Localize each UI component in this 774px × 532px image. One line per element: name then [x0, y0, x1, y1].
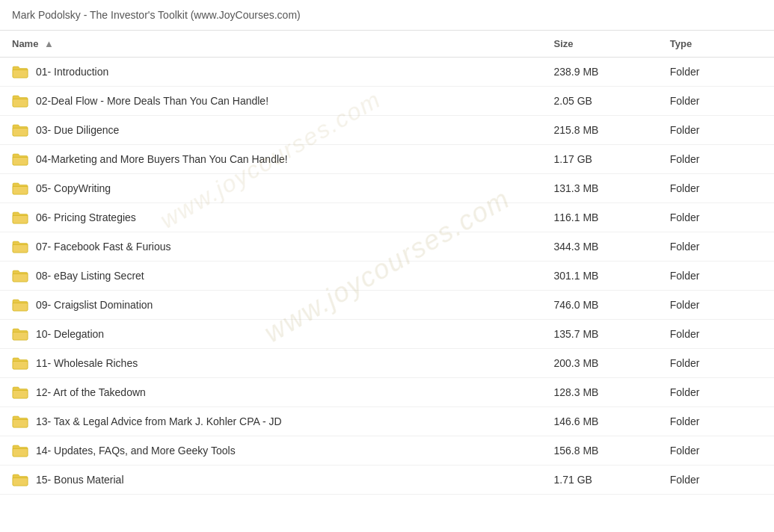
type-cell: Folder [658, 291, 774, 320]
size-cell: 746.0 MB [542, 291, 658, 320]
size-cell: 146.6 MB [542, 407, 658, 436]
folder-icon [12, 444, 28, 457]
name-cell: 02-Deal Flow - More Deals Than You Can H… [0, 87, 542, 116]
file-name: 14- Updates, FAQs, and More Geeky Tools [36, 445, 236, 457]
folder-icon [12, 94, 28, 108]
folder-icon [12, 327, 28, 341]
type-cell: Folder [658, 87, 774, 116]
file-name: 10- Delegation [36, 328, 104, 340]
name-cell: 08- eBay Listing Secret [0, 262, 542, 291]
file-name: 05- CopyWriting [36, 182, 111, 194]
name-cell: 03- Due Diligence [0, 116, 542, 145]
file-name: 02-Deal Flow - More Deals Than You Can H… [36, 95, 268, 107]
file-table: Name ▲ Size Type 01- Introduction238.9 M… [0, 31, 774, 495]
size-cell: 301.1 MB [542, 262, 658, 291]
size-cell: 344.3 MB [542, 232, 658, 262]
column-header-name[interactable]: Name ▲ [0, 31, 542, 58]
folder-icon [12, 152, 28, 166]
type-cell: Folder [658, 145, 774, 174]
file-name: 04-Marketing and More Buyers Than You Ca… [36, 153, 288, 165]
type-cell: Folder [658, 378, 774, 407]
table-row[interactable]: 02-Deal Flow - More Deals Than You Can H… [0, 87, 774, 116]
name-cell: 07- Facebook Fast & Furious [0, 232, 542, 262]
name-cell: 01- Introduction [0, 58, 542, 87]
name-cell: 13- Tax & Legal Advice from Mark J. Kohl… [0, 407, 542, 436]
type-cell: Folder [658, 58, 774, 87]
name-cell: 14- Updates, FAQs, and More Geeky Tools [0, 436, 542, 466]
column-header-size[interactable]: Size [542, 31, 658, 58]
size-cell: 135.7 MB [542, 320, 658, 349]
table-row[interactable]: 03- Due Diligence215.8 MBFolder [0, 116, 774, 145]
type-cell: Folder [658, 174, 774, 203]
table-row[interactable]: 09- Craigslist Domination746.0 MBFolder [0, 291, 774, 320]
file-name: 06- Pricing Strategies [36, 211, 136, 223]
size-cell: 116.1 MB [542, 203, 658, 232]
folder-icon [12, 415, 28, 428]
table-row[interactable]: 11- Wholesale Riches200.3 MBFolder [0, 349, 774, 378]
file-name: 11- Wholesale Riches [36, 357, 138, 369]
type-cell: Folder [658, 349, 774, 378]
type-cell: Folder [658, 203, 774, 232]
type-cell: Folder [658, 262, 774, 291]
folder-icon [12, 182, 28, 195]
file-name: 13- Tax & Legal Advice from Mark J. Kohl… [36, 415, 282, 427]
size-cell: 215.8 MB [542, 116, 658, 145]
name-cell: 10- Delegation [0, 320, 542, 349]
table-row[interactable]: 05- CopyWriting131.3 MBFolder [0, 174, 774, 203]
file-name: 03- Due Diligence [36, 124, 119, 136]
table-row[interactable]: 15- Bonus Material1.71 GBFolder [0, 466, 774, 495]
size-cell: 2.05 GB [542, 87, 658, 116]
name-cell: 12- Art of the Takedown [0, 378, 542, 407]
folder-icon [12, 240, 28, 253]
folder-icon [12, 269, 28, 282]
name-cell: 09- Craigslist Domination [0, 291, 542, 320]
name-cell: 05- CopyWriting [0, 174, 542, 203]
size-cell: 128.3 MB [542, 378, 658, 407]
table-row[interactable]: 13- Tax & Legal Advice from Mark J. Kohl… [0, 407, 774, 436]
table-row[interactable]: 08- eBay Listing Secret301.1 MBFolder [0, 262, 774, 291]
table-row[interactable]: 01- Introduction238.9 MBFolder [0, 58, 774, 87]
file-name: 01- Introduction [36, 66, 108, 78]
size-cell: 200.3 MB [542, 349, 658, 378]
table-header-row: Name ▲ Size Type [0, 31, 774, 58]
folder-icon [12, 211, 28, 224]
file-name: 09- Craigslist Domination [36, 299, 153, 311]
type-cell: Folder [658, 232, 774, 262]
table-row[interactable]: 10- Delegation135.7 MBFolder [0, 320, 774, 349]
folder-icon [12, 298, 28, 312]
size-cell: 156.8 MB [542, 436, 658, 466]
type-cell: Folder [658, 407, 774, 436]
name-cell: 06- Pricing Strategies [0, 203, 542, 232]
page-title: Mark Podolsky - The Investor's Toolkit (… [12, 9, 301, 21]
folder-icon [12, 386, 28, 399]
size-cell: 131.3 MB [542, 174, 658, 203]
file-name: 12- Art of the Takedown [36, 386, 146, 398]
table-row[interactable]: 14- Updates, FAQs, and More Geeky Tools1… [0, 436, 774, 466]
table-row[interactable]: 04-Marketing and More Buyers Than You Ca… [0, 145, 774, 174]
column-header-type[interactable]: Type [658, 31, 774, 58]
table-row[interactable]: 06- Pricing Strategies116.1 MBFolder [0, 203, 774, 232]
size-cell: 1.17 GB [542, 145, 658, 174]
folder-icon [12, 65, 28, 78]
folder-icon [12, 123, 28, 137]
name-cell: 15- Bonus Material [0, 466, 542, 495]
size-cell: 1.71 GB [542, 466, 658, 495]
type-cell: Folder [658, 436, 774, 466]
name-cell: 04-Marketing and More Buyers Than You Ca… [0, 145, 542, 174]
sort-arrow-icon: ▲ [44, 38, 54, 49]
folder-icon [12, 356, 28, 370]
file-name: 08- eBay Listing Secret [36, 270, 144, 282]
table-row[interactable]: 07- Facebook Fast & Furious344.3 MBFolde… [0, 232, 774, 262]
file-name: 15- Bonus Material [36, 474, 124, 486]
type-cell: Folder [658, 320, 774, 349]
type-cell: Folder [658, 116, 774, 145]
table-row[interactable]: 12- Art of the Takedown128.3 MBFolder [0, 378, 774, 407]
file-name: 07- Facebook Fast & Furious [36, 241, 171, 253]
type-cell: Folder [658, 466, 774, 495]
folder-icon [12, 473, 28, 486]
title-bar: Mark Podolsky - The Investor's Toolkit (… [0, 0, 774, 31]
name-cell: 11- Wholesale Riches [0, 349, 542, 378]
size-cell: 238.9 MB [542, 58, 658, 87]
